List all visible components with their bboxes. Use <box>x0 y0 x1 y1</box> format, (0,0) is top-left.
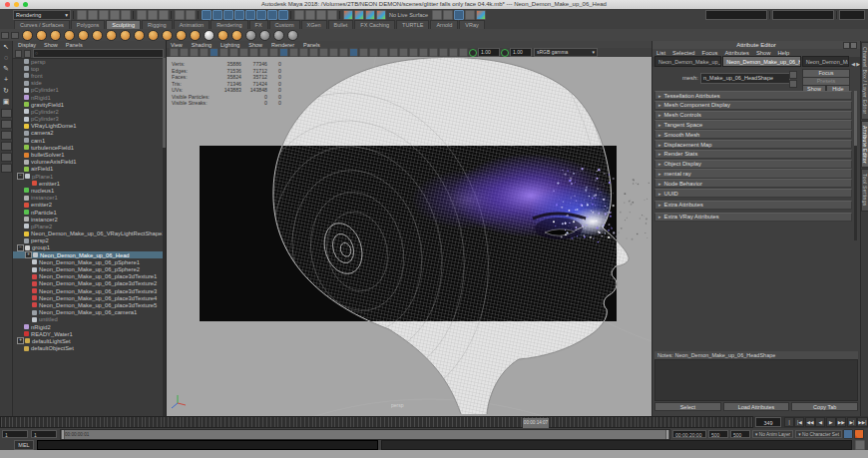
viewport-toolbar-icon[interactable] <box>429 48 438 57</box>
paint-select-tool-icon[interactable]: ✎ <box>1 64 12 74</box>
shelf-tool-icon[interactable] <box>273 30 284 41</box>
exposure-icon[interactable] <box>469 49 477 57</box>
outliner-item-airfield1[interactable]: airField1 <box>13 166 163 173</box>
viewport-toolbar-icon[interactable] <box>229 48 238 57</box>
animation-preferences-icon[interactable] <box>843 429 853 439</box>
viewport-toolbar-icon[interactable] <box>309 48 318 57</box>
outliner-item-nparticle1[interactable]: nParticle1 <box>13 209 163 216</box>
section-mesh-controls[interactable]: ▸Mesh Controls <box>654 111 852 120</box>
outliner-item-neon-demon-make-up-06-vraylightrectshape1[interactable]: Neon_Demon_Make_up_06_VRayLightRectShape… <box>13 230 163 237</box>
viewport-toolbar-icon[interactable] <box>239 48 248 57</box>
outliner-item-side[interactable]: side <box>13 80 163 87</box>
outliner-item-neon-demon-make-up-06-place3dtexture3[interactable]: Neon_Demon_Make_up_06_place3dTexture3 <box>13 287 163 294</box>
shelf-tab-polygons[interactable]: Polygons <box>71 20 106 29</box>
viewport-toolbar-icon[interactable] <box>349 48 358 57</box>
step-forward-frame-button[interactable]: ▶| <box>847 417 857 427</box>
input-connections-icon[interactable] <box>305 10 315 20</box>
outliner-item-top[interactable]: top <box>13 65 163 72</box>
viewport-canvas[interactable]: Verts:35886773460Edges:71536717120Faces:… <box>167 57 651 416</box>
ipr-render-icon[interactable] <box>354 10 364 20</box>
sidebar-tool-settings-icon[interactable] <box>465 10 475 20</box>
shelf-tab-curves-surfaces[interactable]: Curves / Surfaces <box>14 20 70 29</box>
snap-to-view-plane-icon[interactable] <box>245 10 255 20</box>
collapse-icon[interactable]: − <box>17 244 24 251</box>
shelf-tab-rendering[interactable]: Rendering <box>211 20 247 29</box>
shelf-tab-arnold[interactable]: Arnold <box>430 20 458 29</box>
shelf-tool-icon[interactable] <box>78 30 89 41</box>
section-mental-ray[interactable]: ▸mental ray <box>654 169 852 178</box>
shelf-tab-turtle[interactable]: TURTLE <box>396 20 429 29</box>
animation-start-field[interactable]: 1 <box>2 430 28 438</box>
shelf-tool-icon[interactable] <box>134 30 145 41</box>
shelf-tool-icon[interactable] <box>204 30 215 41</box>
snap-to-point-icon[interactable] <box>223 10 233 20</box>
shelf-tool-icon[interactable] <box>162 30 173 41</box>
sidebar-channelbox-icon[interactable] <box>443 10 453 20</box>
outliner-item-ready-water1[interactable]: READY_Water1 <box>13 330 163 337</box>
command-input[interactable] <box>37 440 378 450</box>
section-object-display[interactable]: ▸Object Display <box>654 160 852 169</box>
snap-magnet-b-icon[interactable] <box>278 10 288 20</box>
section-extra-attributes[interactable]: ▸Extra Attributes <box>654 201 852 210</box>
shelf-tab-rigging[interactable]: Rigging <box>142 20 173 29</box>
outliner-filter-icon[interactable] <box>15 50 22 58</box>
shelf-tool-icon[interactable] <box>190 30 201 41</box>
outliner-item-emitter2[interactable]: emitter2 <box>13 202 163 209</box>
outliner-item-pplane2[interactable]: pPlane2 <box>13 223 163 229</box>
shelf-tab-bullet[interactable]: Bullet <box>328 20 354 29</box>
outliner-search-input[interactable]: ○ <box>33 49 164 58</box>
viewport-toolbar-icon[interactable] <box>249 48 258 57</box>
outliner-item-neon-demon-make-up-06-place3dtexture2[interactable]: Neon_Demon_Make_up_06_place3dTexture2 <box>13 280 163 287</box>
select-button[interactable]: Select <box>654 402 721 411</box>
outliner-item-emitter1[interactable]: emitter1 <box>13 180 163 187</box>
outliner-item-bulletsolver1[interactable]: bulletSolver1 <box>13 151 163 158</box>
quick-input-field-3[interactable] <box>839 10 865 20</box>
outliner-item-neon-demon-make-up-06-psphere1[interactable]: Neon_Demon_Make_up_06_pSphere1 <box>13 258 163 265</box>
snap-to-grid-icon[interactable] <box>202 10 212 20</box>
outliner-item-pcylinder2[interactable]: pCylinder2 <box>13 108 163 115</box>
outliner-item-untitled[interactable]: untitled <box>13 316 163 323</box>
playback-start-field[interactable]: 1 <box>31 430 57 438</box>
select-by-hierarchy-icon[interactable] <box>137 10 147 20</box>
attribute-editor-tab-neon-demon-make-up-06-head[interactable]: Neon_Demon_Make_up_06_Head <box>654 56 721 67</box>
viewport-toolbar-icon[interactable] <box>359 48 368 57</box>
sidebar-tab-tool-settings[interactable]: Tool Settings <box>861 169 868 212</box>
outliner-item-nucleus1[interactable]: nucleus1 <box>13 187 163 194</box>
viewport-menu-renderer[interactable]: Renderer <box>271 42 294 48</box>
redo-icon[interactable] <box>121 10 131 20</box>
outliner-item-pcylinder3[interactable]: pCylinder3 <box>13 116 163 123</box>
section-smooth-mesh[interactable]: ▸Smooth Mesh <box>654 130 852 139</box>
view-transform-dropdown[interactable]: sRGB gamma▾ <box>534 48 598 57</box>
viewport-toolbar-icon[interactable] <box>210 48 218 57</box>
viewport-menu-show[interactable]: Show <box>248 42 262 48</box>
character-set-dropdown[interactable]: ▾ No Character Set <box>795 430 842 438</box>
sidebar-tab-attribute-editor[interactable]: Attribute Editor <box>861 121 868 169</box>
outliner-item-camera2[interactable]: camera2 <box>13 130 163 137</box>
gamma-field[interactable]: 1.00 <box>510 48 532 57</box>
snap-magnet-a-icon[interactable] <box>267 10 277 20</box>
section-tangent-space[interactable]: ▸Tangent Space <box>654 120 852 129</box>
viewport-toolbar-icon[interactable] <box>439 48 448 57</box>
outliner-item-group1[interactable]: −group1 <box>13 244 163 251</box>
open-scene-icon[interactable] <box>88 10 98 20</box>
viewport-toolbar-icon[interactable] <box>339 48 348 57</box>
outliner-menu-panels[interactable]: Panels <box>66 42 83 48</box>
shelf-menu-icon[interactable] <box>1 32 9 39</box>
viewport-toolbar-icon[interactable] <box>219 48 228 57</box>
make-object-live-icon[interactable] <box>256 10 266 20</box>
command-language-button[interactable]: MEL <box>14 440 34 450</box>
auto-keyframe-icon[interactable] <box>854 429 864 439</box>
outliner-item-front[interactable]: front <box>13 72 163 79</box>
viewport-layout-button[interactable] <box>1 142 12 151</box>
select-by-object-icon[interactable] <box>148 10 158 20</box>
notes-textarea[interactable] <box>654 359 858 401</box>
outliner-item-gravityfield1[interactable]: gravityField1 <box>13 101 163 108</box>
outliner-item-instancer1[interactable]: instancer1 <box>13 195 163 202</box>
outliner-item-cam1[interactable]: cam1 <box>13 137 163 144</box>
outliner-menu-show[interactable]: Show <box>44 42 58 48</box>
shelf-tab-animation[interactable]: Animation <box>174 20 210 29</box>
snap-to-curve-icon[interactable] <box>213 10 222 20</box>
rotate-tool-icon[interactable]: ↻ <box>1 86 12 96</box>
outliner-item-vraylightdome1[interactable]: VRayLightDome1 <box>13 123 163 130</box>
anim-layer-dropdown[interactable]: ▾ No Anim Layer <box>752 430 793 438</box>
